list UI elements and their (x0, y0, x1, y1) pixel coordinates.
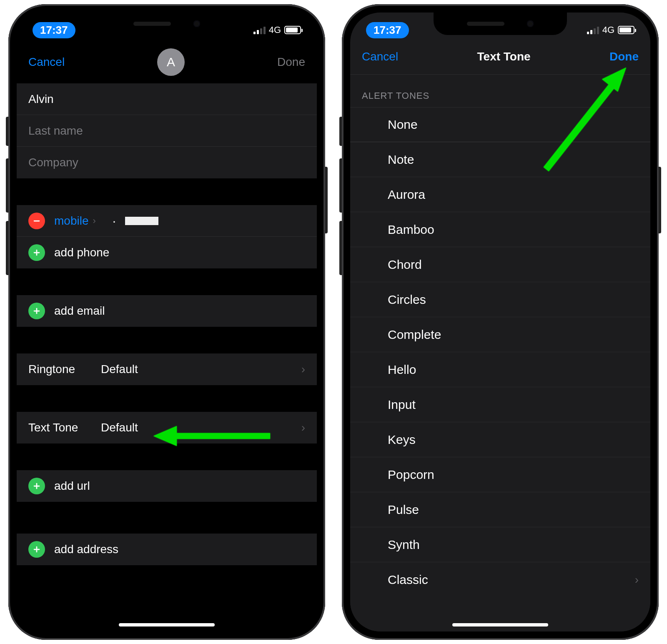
plus-icon (28, 541, 45, 558)
phone-row[interactable]: mobile› · (17, 205, 317, 237)
tone-label: Note (388, 153, 414, 167)
ringtone-value: Default (101, 363, 138, 376)
screen-contact-edit: 17:37 4G Cancel A Done Alvin Last name (17, 13, 317, 631)
alert-tones-list: NoneNoteAuroraBambooChordCirclesComplete… (350, 107, 650, 597)
tone-row[interactable]: Aurora (350, 177, 650, 212)
tone-row[interactable]: Pulse (350, 492, 650, 527)
done-button: Done (277, 55, 305, 69)
avatar[interactable]: A (157, 48, 185, 76)
chevron-right-icon: › (301, 363, 305, 376)
battery-icon (618, 26, 634, 34)
add-url-label: add url (54, 479, 90, 493)
tone-row[interactable]: Synth (350, 527, 650, 562)
page-title: Text Tone (477, 50, 531, 63)
done-button[interactable]: Done (609, 50, 639, 63)
add-phone-button[interactable]: add phone (17, 237, 317, 268)
add-url-button[interactable]: add url (17, 470, 317, 502)
chevron-right-icon: › (93, 216, 95, 226)
phone-right: 17:37 4G Cancel Text Tone Done ALERT TON… (342, 4, 659, 640)
ringtone-label: Ringtone (28, 363, 91, 376)
signal-icon (587, 26, 599, 34)
tone-label: Complete (388, 328, 441, 342)
tone-label: Chord (388, 258, 422, 272)
phone-value-partial: · (113, 214, 116, 228)
phone-type-selector[interactable]: mobile› (54, 214, 96, 228)
add-address-button[interactable]: add address (17, 534, 317, 565)
nav-bar: Cancel Text Tone Done (350, 42, 650, 75)
status-time: 17:37 (366, 22, 409, 38)
tone-row[interactable]: Chord (350, 247, 650, 282)
texttone-row[interactable]: Text Tone Default › (17, 412, 317, 444)
screen-text-tone: 17:37 4G Cancel Text Tone Done ALERT TON… (350, 13, 650, 631)
tone-label: Circles (388, 293, 426, 307)
section-header-alert-tones: ALERT TONES (350, 75, 650, 107)
tone-label: Synth (388, 538, 420, 552)
tone-label: Classic (388, 573, 428, 587)
tone-label: Bamboo (388, 223, 434, 237)
texttone-value: Default (101, 421, 138, 434)
tone-row[interactable]: Keys (350, 422, 650, 457)
phone-left: 17:37 4G Cancel A Done Alvin Last name (8, 4, 325, 640)
tone-row[interactable]: Note (350, 142, 650, 177)
svg-rect-6 (34, 486, 40, 487)
plus-icon (28, 303, 45, 319)
first-name-value: Alvin (28, 93, 54, 106)
company-placeholder: Company (28, 156, 78, 169)
cancel-button[interactable]: Cancel (28, 55, 65, 69)
add-address-label: add address (54, 543, 118, 556)
tone-label: Aurora (388, 188, 425, 202)
tone-row[interactable]: Classic› (350, 562, 650, 597)
home-indicator[interactable] (452, 623, 548, 626)
tone-label: Keys (388, 433, 416, 447)
svg-rect-4 (34, 311, 40, 312)
notch (434, 13, 567, 35)
tone-row[interactable]: Popcorn (350, 457, 650, 492)
company-field[interactable]: Company (17, 147, 317, 178)
tone-row[interactable]: None (350, 107, 650, 142)
last-name-field[interactable]: Last name (17, 115, 317, 147)
nav-bar: Cancel A Done (17, 42, 317, 83)
add-email-label: add email (54, 304, 105, 318)
texttone-label: Text Tone (28, 421, 91, 434)
tone-label: Pulse (388, 503, 419, 517)
svg-rect-8 (34, 549, 40, 550)
first-name-field[interactable]: Alvin (17, 83, 317, 115)
status-time: 17:37 (33, 22, 75, 38)
chevron-right-icon: › (635, 573, 639, 586)
plus-icon (28, 478, 45, 494)
remove-phone-icon[interactable] (28, 213, 45, 229)
add-phone-label: add phone (54, 246, 109, 259)
home-indicator[interactable] (119, 623, 215, 626)
cancel-button[interactable]: Cancel (362, 50, 398, 63)
tone-row[interactable]: Complete (350, 317, 650, 352)
battery-icon (284, 26, 301, 34)
network-label: 4G (269, 25, 281, 35)
svg-rect-2 (34, 252, 40, 253)
svg-rect-0 (34, 220, 40, 221)
notch (100, 13, 233, 35)
tone-label: Hello (388, 363, 416, 377)
tone-label: Input (388, 398, 416, 412)
add-email-button[interactable]: add email (17, 295, 317, 327)
ringtone-row[interactable]: Ringtone Default › (17, 353, 317, 385)
tone-row[interactable]: Circles (350, 282, 650, 317)
plus-icon (28, 244, 45, 261)
phone-value-redacted (125, 217, 158, 225)
signal-icon (253, 26, 266, 34)
last-name-placeholder: Last name (28, 124, 83, 138)
tone-label: None (388, 118, 418, 132)
network-label: 4G (602, 25, 614, 35)
tone-label: Popcorn (388, 468, 434, 482)
tone-row[interactable]: Bamboo (350, 212, 650, 247)
tone-row[interactable]: Input (350, 387, 650, 422)
chevron-right-icon: › (301, 421, 305, 434)
tone-row[interactable]: Hello (350, 352, 650, 387)
